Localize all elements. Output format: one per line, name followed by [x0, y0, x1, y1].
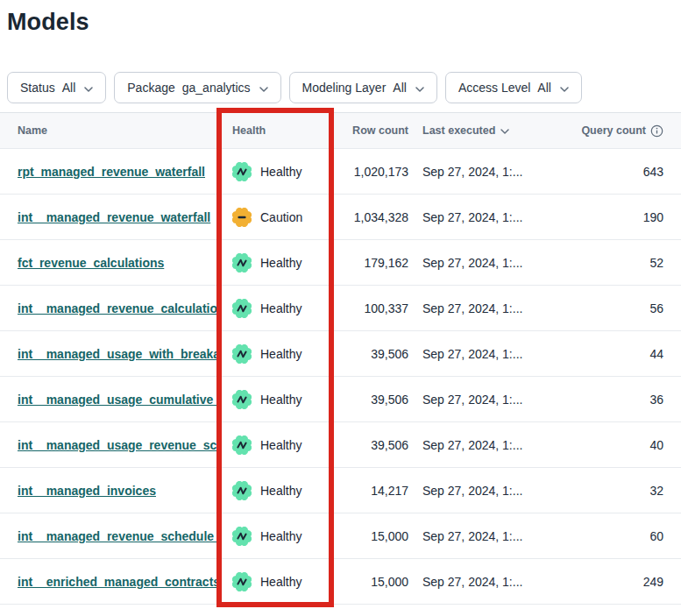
health-cell: Healthy — [216, 572, 334, 591]
table-row: rpt_managed_revenue_waterfall Healthy 1,… — [0, 149, 681, 195]
table-row: int__managed_usage_with_breaka... Health… — [0, 331, 681, 377]
column-header-last-executed-label: Last executed — [422, 124, 495, 137]
health-label: Healthy — [260, 484, 301, 498]
last-executed-cell: Sep 27, 2024, 1:... — [408, 301, 571, 315]
health-cell: Healthy — [216, 390, 334, 409]
last-executed-cell: Sep 27, 2024, 1:... — [408, 165, 571, 179]
chevron-down-icon — [83, 81, 93, 95]
filter-status[interactable]: Status All — [7, 72, 106, 103]
last-executed-cell: Sep 27, 2024, 1:... — [408, 393, 571, 407]
model-link[interactable]: int__managed_usage_cumulative_... — [18, 393, 216, 407]
name-cell: int__managed_revenue_calculations — [0, 301, 216, 315]
query-count-cell: 190 — [571, 210, 681, 224]
filter-package[interactable]: Package ga_analytics — [114, 72, 280, 103]
last-executed-cell: Sep 27, 2024, 1:... — [408, 484, 571, 498]
filter-modeling-layer[interactable]: Modeling Layer All — [289, 72, 437, 103]
health-badge-icon — [232, 344, 252, 364]
models-table: Name Health Row count Last executed Quer… — [0, 112, 681, 605]
row-count-cell: 100,337 — [334, 301, 408, 315]
name-cell: rpt_managed_revenue_waterfall — [0, 165, 216, 179]
model-link[interactable]: int__managed_revenue_schedule_... — [18, 529, 216, 543]
health-cell: Healthy — [216, 299, 334, 318]
model-link[interactable]: int__enriched_managed_contracts — [18, 575, 216, 589]
chevron-down-icon — [500, 124, 509, 137]
table-row: int__managed_revenue_waterfall Caution 1… — [0, 195, 681, 240]
table-row: int__managed_invoices Healthy 14,217 Sep… — [0, 468, 681, 513]
query-count-cell: 643 — [571, 165, 681, 179]
health-badge-icon — [232, 208, 252, 227]
table-row: int__managed_revenue_schedule_... Health… — [0, 513, 681, 559]
health-cell: Caution — [216, 208, 334, 227]
health-label: Healthy — [260, 529, 301, 543]
health-label: Healthy — [260, 575, 301, 589]
health-badge-icon — [232, 572, 252, 591]
table-row: int__enriched_managed_contracts Healthy … — [0, 559, 681, 605]
query-count-cell: 36 — [571, 393, 681, 407]
column-header-query-count: Query count — [571, 124, 681, 138]
model-link[interactable]: int__managed_usage_revenue_sc... — [18, 438, 216, 452]
column-header-row-count: Row count — [334, 124, 408, 137]
table-row: fct_revenue_calculations Healthy 179,162… — [0, 240, 681, 286]
health-badge-icon — [232, 527, 252, 546]
last-executed-cell: Sep 27, 2024, 1:... — [408, 575, 571, 589]
row-count-cell: 39,506 — [334, 438, 408, 452]
model-link[interactable]: fct_revenue_calculations — [18, 256, 164, 270]
health-label: Healthy — [260, 393, 301, 407]
query-count-cell: 44 — [571, 347, 681, 361]
chevron-down-icon — [559, 81, 569, 95]
filter-package-value: ga_analytics — [182, 81, 251, 95]
row-count-cell: 14,217 — [334, 484, 408, 498]
filter-modeling-layer-label: Modeling Layer — [302, 81, 387, 95]
query-count-cell: 56 — [571, 301, 681, 315]
column-header-health: Health — [216, 124, 334, 137]
filter-bar: Status All Package ga_analytics Modeling… — [7, 72, 681, 103]
health-label: Caution — [260, 210, 302, 224]
model-link[interactable]: int__managed_revenue_calculations — [18, 301, 216, 315]
health-badge-icon — [232, 299, 252, 318]
health-cell: Healthy — [216, 253, 334, 273]
table-row: int__managed_usage_cumulative_... Health… — [0, 377, 681, 422]
table-row: int__managed_usage_revenue_sc... Healthy… — [0, 422, 681, 468]
health-label: Healthy — [260, 165, 301, 179]
name-cell: int__managed_usage_with_breaka... — [0, 347, 216, 361]
health-cell: Healthy — [216, 527, 334, 546]
column-header-last-executed[interactable]: Last executed — [408, 124, 571, 137]
model-link[interactable]: int__managed_usage_with_breaka... — [18, 347, 216, 361]
health-badge-icon — [232, 162, 252, 181]
page-title: Models — [0, 0, 681, 38]
health-badge-icon — [232, 253, 252, 273]
column-header-query-count-label: Query count — [581, 124, 646, 137]
name-cell: int__enriched_managed_contracts — [0, 575, 216, 589]
health-badge-icon — [232, 435, 252, 455]
health-label: Healthy — [260, 256, 301, 270]
query-count-cell: 40 — [571, 438, 681, 452]
model-link[interactable]: int__managed_revenue_waterfall — [18, 210, 210, 224]
health-label: Healthy — [260, 301, 301, 315]
table-row: int__managed_revenue_calculations Health… — [0, 286, 681, 331]
filter-access-level[interactable]: Access Level All — [445, 72, 582, 103]
row-count-cell: 39,506 — [334, 393, 408, 407]
query-count-cell: 52 — [571, 256, 681, 270]
name-cell: int__managed_revenue_waterfall — [0, 210, 216, 224]
filter-package-label: Package — [127, 81, 174, 95]
chevron-down-icon — [259, 81, 268, 95]
row-count-cell: 179,162 — [334, 256, 408, 270]
last-executed-cell: Sep 27, 2024, 1:... — [408, 347, 571, 361]
filter-status-label: Status — [20, 81, 55, 95]
query-count-cell: 32 — [571, 484, 681, 498]
column-header-name: Name — [0, 124, 216, 137]
name-cell: fct_revenue_calculations — [0, 256, 216, 270]
name-cell: int__managed_usage_cumulative_... — [0, 393, 216, 407]
last-executed-cell: Sep 27, 2024, 1:... — [408, 529, 571, 543]
model-link[interactable]: rpt_managed_revenue_waterfall — [18, 165, 205, 179]
model-link[interactable]: int__managed_invoices — [18, 484, 156, 498]
row-count-cell: 39,506 — [334, 347, 408, 361]
health-label: Healthy — [260, 347, 301, 361]
filter-modeling-layer-value: All — [393, 81, 407, 95]
health-badge-icon — [232, 390, 252, 409]
name-cell: int__managed_revenue_schedule_... — [0, 529, 216, 543]
row-count-cell: 15,000 — [334, 575, 408, 589]
info-icon[interactable] — [650, 124, 663, 138]
health-cell: Healthy — [216, 162, 334, 181]
row-count-cell: 1,020,173 — [334, 165, 408, 179]
